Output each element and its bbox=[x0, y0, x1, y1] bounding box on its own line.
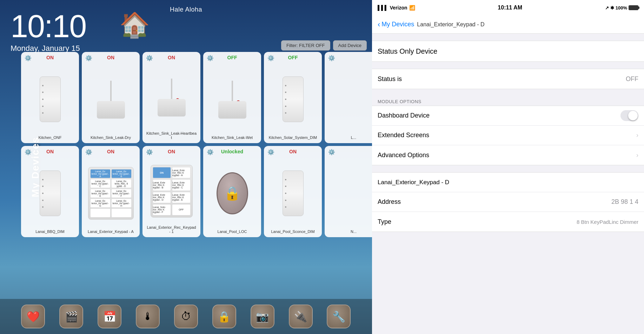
battery-icon bbox=[629, 5, 638, 10]
device-status: Unlocked bbox=[203, 149, 261, 154]
left-panel: Hale Aloha 10:10 Monday, January 15 🏠 My… bbox=[0, 0, 372, 334]
module-options-group: Dashboard Device Extended Screens › Adva… bbox=[372, 106, 644, 165]
device-name-row: Lanai_Exterior_Keypad - D bbox=[372, 173, 644, 192]
signal-icon: ▌▌▌ bbox=[378, 5, 388, 11]
wifi-icon: 📶 bbox=[409, 5, 415, 11]
device-image bbox=[85, 65, 137, 134]
device-card-sconce[interactable]: ⚙️ ON Lanai_Pool_Sconce_DIM bbox=[264, 146, 322, 237]
carrier-name: Verizon bbox=[390, 5, 407, 11]
address-label: Address bbox=[378, 198, 611, 206]
device-name: Lanai_Exterior_Rec_Keypad - 1 bbox=[145, 224, 198, 234]
device-card-sink-heartbeat[interactable]: ⚙️ ON Kitchen_Sink_Leak-Heartbeat bbox=[142, 52, 200, 143]
dock-icon-camera[interactable]: 📷 bbox=[251, 305, 274, 328]
dashboard-device-row[interactable]: Dashboard Device bbox=[372, 106, 644, 126]
device-status: ON bbox=[82, 55, 140, 60]
device-image bbox=[327, 159, 372, 228]
device-card-ext-keypad-a[interactable]: ⚙️ ON Lanai_Ex terior_Ka ypad - A Lanai_… bbox=[82, 146, 140, 237]
filter-bar: Filter: FILTER OFF Add Device bbox=[281, 40, 367, 51]
status-carrier: ▌▌▌ Verizon 📶 bbox=[378, 5, 415, 11]
device-card-pool-loc[interactable]: ⚙️ Unlocked 🔒 Lanai_Pool_LOC bbox=[203, 146, 261, 237]
device-name: Kitchen_Sink_Leak-Wet bbox=[211, 134, 253, 140]
device-status: ON bbox=[142, 149, 200, 154]
extended-screens-chevron-icon: › bbox=[636, 132, 638, 139]
device-card-sink-wet[interactable]: ⚙️ OFF Kitchen_Sink_Leak-Wet bbox=[203, 52, 261, 143]
device-name-value: Lanai_Exterior_Keypad - D bbox=[378, 179, 638, 186]
device-grid: ⚙️ ON Kitchen_ONF ⚙️ ON bbox=[21, 52, 370, 237]
dock-icon-thermometer[interactable]: 🌡 bbox=[136, 305, 160, 328]
device-card-kitchen-onf[interactable]: ⚙️ ON Kitchen_ONF bbox=[21, 52, 79, 143]
device-image bbox=[145, 65, 198, 130]
dock-icon-tools[interactable]: 🔧 bbox=[327, 305, 351, 328]
device-status: ON bbox=[21, 149, 79, 154]
dock-icon-movie[interactable]: 🎬 bbox=[59, 305, 83, 328]
module-options-header: Module Options bbox=[372, 96, 644, 106]
device-name: Lanai_Pool_Sconce_DIM bbox=[270, 228, 315, 234]
device-name: Kitchen_Solar_System_DIM bbox=[268, 134, 318, 140]
device-image bbox=[327, 65, 372, 134]
dock-icon-heart[interactable]: ❤️ bbox=[21, 305, 45, 328]
status-group: Status is OFF bbox=[372, 69, 644, 89]
device-image bbox=[24, 159, 76, 228]
filter-button[interactable]: Filter: FILTER OFF bbox=[281, 40, 330, 51]
gear-icon[interactable]: ⚙️ bbox=[328, 149, 335, 155]
device-info-group: Lanai_Exterior_Keypad - D Address 2B 98 … bbox=[372, 172, 644, 232]
device-image bbox=[206, 65, 258, 134]
device-status: ON bbox=[21, 55, 79, 60]
device-image bbox=[267, 159, 319, 228]
address-value: 2B 98 1 4 bbox=[611, 198, 638, 206]
add-device-button[interactable]: Add Device bbox=[333, 40, 367, 51]
advanced-options-row[interactable]: Advanced Options › bbox=[372, 145, 644, 165]
dock-icon-lock[interactable]: 🔒 bbox=[212, 305, 236, 328]
gear-icon[interactable]: ⚙️ bbox=[328, 55, 335, 61]
bluetooth-icon: ✱ bbox=[610, 5, 614, 11]
device-name: N... bbox=[350, 228, 357, 234]
device-card-blank1[interactable]: ⚙️ L... bbox=[325, 52, 372, 143]
device-image bbox=[24, 65, 76, 134]
address-row: Address 2B 98 1 4 bbox=[372, 192, 644, 212]
type-row: Type 8 Btn KeyPadLinc Dimmer bbox=[372, 212, 644, 232]
dock-icon-timer[interactable]: ⏱ bbox=[174, 305, 198, 328]
dock-icon-power[interactable]: 🔌 bbox=[289, 305, 313, 328]
device-status: OFF bbox=[203, 55, 261, 60]
device-status: OFF bbox=[264, 55, 322, 60]
device-status: ON bbox=[264, 149, 322, 154]
type-label: Type bbox=[378, 218, 577, 226]
dock: ❤️ 🎬 📅 🌡 ⏱ 🔒 📷 🔌 🔧 bbox=[0, 299, 372, 334]
dashboard-device-label: Dashboard Device bbox=[378, 112, 620, 119]
device-image: ON Lanai_Exte rior_Rec K eypad - A Lanai… bbox=[145, 159, 198, 224]
device-name: Lanai_Exterior_Keypad - A bbox=[87, 228, 134, 234]
device-name: Kitchen_Sink_Leak-Dry bbox=[90, 134, 132, 140]
device-card-blank2[interactable]: ⚙️ N... bbox=[325, 146, 372, 237]
clock-area: 10:10 Monday, January 15 bbox=[11, 11, 86, 53]
extended-screens-label: Extended Screens bbox=[378, 132, 633, 139]
status-is-value: OFF bbox=[626, 75, 638, 83]
right-panel: ▌▌▌ Verizon 📶 10:11 AM ↗ ✱ 100% ‹ My Dev… bbox=[372, 0, 644, 334]
device-image: Lanai_Ex terior_Ka ypad - A Lanai_Ex ter… bbox=[85, 159, 137, 228]
battery-percent: 100% bbox=[616, 5, 627, 11]
status-only-label: Status Only Device bbox=[378, 47, 638, 55]
device-name: Kitchen_ONF bbox=[38, 134, 62, 140]
device-card-rec-keypad[interactable]: ⚙️ ON ON Lanai_Exte rior_Rec K eypad - A… bbox=[142, 146, 200, 237]
device-card-solar[interactable]: ⚙️ OFF Kitchen_Solar_System_DIM bbox=[264, 52, 322, 143]
nav-page-title: Lanai_Exterior_Keypad - D bbox=[417, 21, 484, 28]
device-card-bbq[interactable]: ⚙️ ON Lanai_BBQ_DIM bbox=[21, 146, 79, 237]
battery-fill bbox=[629, 6, 638, 9]
extended-screens-row[interactable]: Extended Screens › bbox=[372, 126, 644, 145]
back-label: My Devices bbox=[381, 21, 414, 28]
device-name: Kitchen_Sink_Leak-Heartbeat bbox=[145, 130, 198, 140]
app-name: Hale Aloha bbox=[170, 6, 202, 13]
device-image: 🔒 bbox=[206, 159, 258, 228]
ios-status-bar: ▌▌▌ Verizon 📶 10:11 AM ↗ ✱ 100% bbox=[372, 0, 644, 15]
status-only-group: Status Only Device bbox=[372, 41, 644, 62]
back-button[interactable]: ‹ My Devices bbox=[378, 21, 414, 28]
status-battery: ↗ ✱ 100% bbox=[605, 5, 638, 11]
type-value: 8 Btn KeyPadLinc Dimmer bbox=[577, 219, 638, 225]
status-row: Status is OFF bbox=[372, 69, 644, 89]
device-card-sink-dry[interactable]: ⚙️ ON Kitchen_Sink_Leak-Dry bbox=[82, 52, 140, 143]
dock-icon-calendar[interactable]: 📅 bbox=[98, 305, 121, 328]
clock-time: 10:10 bbox=[11, 11, 86, 42]
device-status: ON bbox=[82, 149, 140, 154]
house-icon: 🏠 bbox=[119, 11, 150, 39]
dashboard-device-toggle[interactable] bbox=[620, 110, 638, 121]
toggle-knob bbox=[628, 111, 638, 120]
